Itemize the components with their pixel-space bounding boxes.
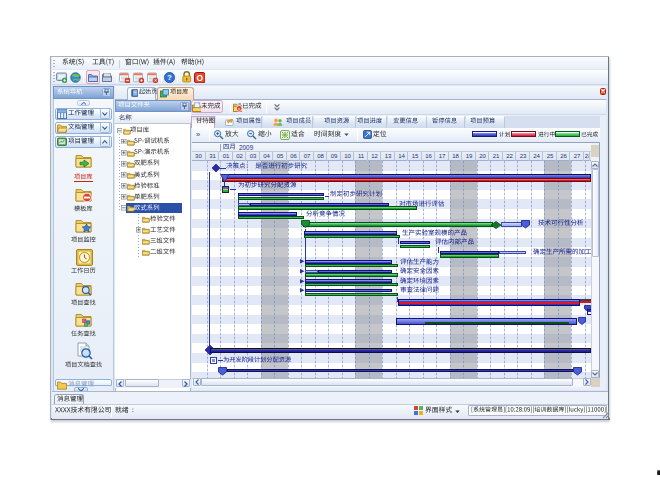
svg-text:?: ? (167, 73, 172, 82)
svg-text:O: O (196, 72, 203, 82)
